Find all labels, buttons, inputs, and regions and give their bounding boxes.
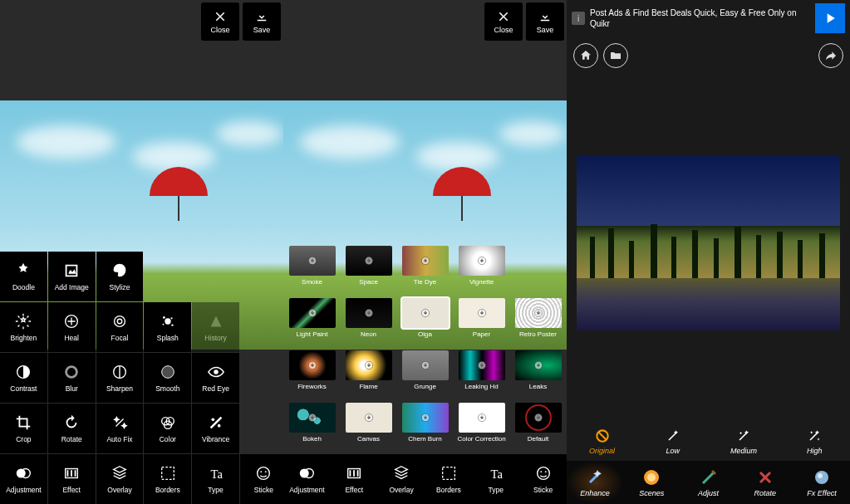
grunge-effect[interactable]: Grunge [399, 350, 452, 400]
high-intensity[interactable]: High [779, 422, 850, 461]
borders-tool[interactable]: Borders [425, 454, 472, 504]
sticker-tool[interactable]: Sticke [240, 454, 287, 504]
enhance-tab[interactable]: Enhance [567, 461, 623, 504]
type-tool[interactable]: TaType [192, 454, 239, 504]
low-intensity[interactable]: Low [637, 422, 708, 461]
tool-label: Smooth [155, 384, 179, 393]
overlay-tool[interactable]: Overlay [378, 454, 425, 504]
chemburn-effect[interactable]: Chem Burn [399, 403, 452, 453]
fireworks-effect[interactable]: Fireworks [286, 350, 339, 400]
preview-image[interactable] [577, 156, 840, 330]
bokeh-effect[interactable]: Bokeh [286, 403, 339, 453]
rotate-tool[interactable]: Rotate [48, 404, 96, 453]
adjust-icon [699, 467, 719, 487]
lightpaint-effect[interactable]: Light Paint [286, 298, 339, 348]
svg-rect-52 [443, 467, 455, 480]
type-tool[interactable]: TaType [472, 454, 519, 504]
svg-point-8 [170, 317, 172, 319]
effect-tool[interactable]: Effect [48, 454, 96, 504]
ad-banner[interactable]: i Post Ads & Find Best Deals Quick, Easy… [567, 0, 850, 37]
svg-point-29 [265, 471, 267, 472]
tool-label: Vibrance [202, 435, 229, 443]
svg-point-56 [544, 471, 546, 472]
splash-tool[interactable]: Splash [144, 302, 191, 352]
svg-point-59 [647, 473, 656, 482]
svg-point-12 [66, 367, 77, 378]
redeye-tool[interactable]: Red Eye [192, 353, 239, 403]
retroposter-effect[interactable]: Retro Poster [512, 298, 565, 348]
umbrella-graphic [150, 167, 208, 208]
blur-tool[interactable]: Blur [48, 353, 96, 403]
sticker-tool[interactable]: Sticke [519, 454, 567, 504]
adjust-tab[interactable]: Adjust [680, 461, 736, 504]
colorcorrection-effect[interactable]: Color Correction [455, 403, 509, 453]
stylize-tool[interactable]: Stylize [96, 252, 144, 301]
add-image-tool[interactable]: Add Image [48, 252, 96, 301]
leakinghd-effect[interactable]: Leaking Hd [455, 350, 509, 400]
open-folder-button[interactable] [603, 43, 628, 68]
original-intensity[interactable]: Original [567, 422, 637, 461]
save-button[interactable]: Save [243, 2, 281, 41]
scenes-tab[interactable]: Scenes [623, 461, 680, 504]
svg-point-6 [165, 318, 170, 324]
contrast-tool[interactable]: Contrast [0, 353, 47, 403]
svg-point-21 [217, 424, 220, 428]
olga-effect[interactable]: Olga [399, 298, 452, 348]
effect-grid: SmokeSpaceTie DyeVignetteLight PaintNeon… [283, 244, 567, 454]
effect-tool[interactable]: Effect [331, 454, 378, 504]
svg-point-7 [163, 316, 165, 319]
close-button[interactable]: Close [484, 2, 523, 41]
color-tool[interactable]: Color [144, 404, 191, 453]
smoke-effect[interactable]: Smoke [286, 246, 339, 296]
focal-tool[interactable]: Focal [96, 302, 144, 352]
borders-tool[interactable]: Borders [144, 454, 191, 504]
tool-label: Blur [66, 384, 78, 393]
brighten-tool[interactable]: Brighten [0, 302, 47, 352]
adjustment-tool[interactable]: Adjustment [0, 454, 47, 504]
home-button[interactable] [573, 43, 598, 68]
tool-label: Overlay [107, 486, 131, 494]
svg-point-54 [537, 467, 549, 480]
tool-label: Brighten [11, 334, 37, 342]
crop-tool[interactable]: Crop [0, 404, 47, 453]
rotate-tab[interactable]: Rotate [737, 461, 793, 504]
save-label: Save [253, 26, 271, 34]
medium-intensity[interactable]: Medium [709, 422, 779, 461]
tool-label: Adjustment [6, 486, 42, 494]
close-button[interactable]: Close [201, 2, 239, 41]
tool-label: Sharpen [106, 384, 133, 393]
leaks-effect[interactable]: Leaks [512, 350, 565, 400]
canvas-effect[interactable]: Canvas [342, 403, 396, 453]
tool-label: Borders [155, 486, 180, 494]
flame-effect[interactable]: Flame [342, 350, 396, 400]
default-effect[interactable]: Default [512, 403, 565, 453]
history-tool: History [192, 302, 239, 352]
share-button[interactable] [818, 43, 843, 68]
smooth-tool[interactable]: Smooth [144, 353, 191, 403]
autofix-tool[interactable]: Auto Fix [96, 404, 144, 453]
save-button[interactable]: Save [526, 2, 564, 41]
neon-effect[interactable]: Neon [342, 298, 396, 348]
heal-tool[interactable]: Heal [48, 302, 96, 352]
vibrance-tool[interactable]: Vibrance [192, 404, 239, 453]
left-panel: Close Save DoodleAdd ImageStylizeBrighte… [0, 0, 283, 504]
doodle-tool[interactable]: Doodle [0, 252, 47, 301]
overlay-tool[interactable]: Overlay [96, 454, 144, 504]
sharpen-tool[interactable]: Sharpen [96, 353, 144, 403]
ad-arrow-button[interactable] [815, 3, 845, 33]
tool-label: Stylize [109, 283, 130, 291]
scenes-icon [641, 467, 661, 487]
tool-label: Splash [157, 334, 179, 342]
tool-label: Focal [111, 334, 129, 342]
svg-point-0 [115, 268, 117, 270]
tool-label: Crop [16, 435, 31, 443]
svg-point-55 [540, 471, 542, 472]
tiedye-effect[interactable]: Tie Dye [399, 246, 452, 296]
tool-label: Type [208, 486, 223, 494]
space-effect[interactable]: Space [342, 246, 396, 296]
fxeffect-tab[interactable]: Fx Effect [793, 461, 850, 504]
vignette-effect[interactable]: Vignette [455, 246, 509, 296]
right-topbar [567, 40, 850, 71]
adjustment-tool[interactable]: Adjustment [283, 454, 331, 504]
paper-effect[interactable]: Paper [455, 298, 509, 348]
